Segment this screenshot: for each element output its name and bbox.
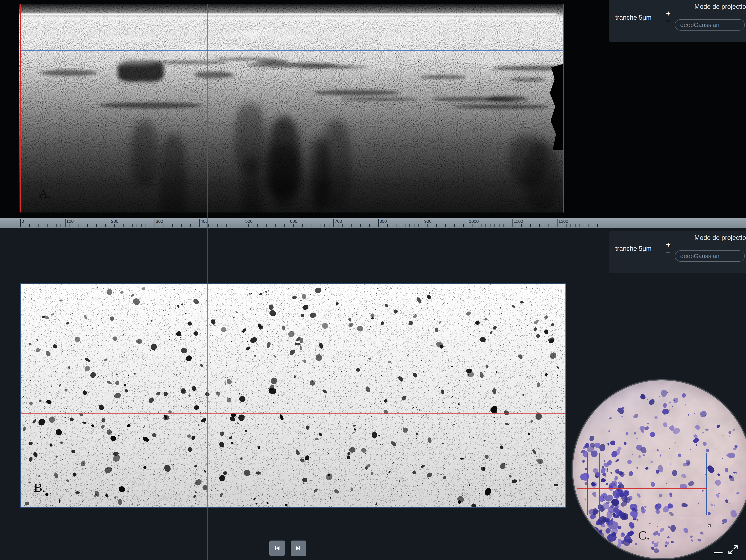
panel-a-depth-shading [19,4,564,212]
roi-horizontal-red-line[interactable] [577,489,707,489]
decrease-slice-button[interactable]: − [666,17,670,25]
skip-previous-button[interactable] [269,540,285,556]
panel-c-label: C. [638,528,650,542]
projection-mode-label: Mode de projectio [694,3,746,10]
fullscreen-icon [727,544,739,555]
projection-mode-value: deepGaussian [680,22,719,28]
projection-mode-dropdown[interactable]: deepGaussian [675,19,745,31]
increase-slice-button[interactable]: + [666,10,670,17]
projection-controls-mid: Mode de projectio tranche 5μm + − deepGa… [609,231,746,273]
panel-b-label: B. [34,480,46,495]
panel-a-right-bound-red-line [563,4,564,212]
projection-mode-dropdown[interactable]: deepGaussian [675,250,745,262]
panel-b-shading [21,284,566,507]
ruler: 0100200300400500600700800900100011001200 [0,218,746,228]
skip-previous-icon [274,545,281,552]
slice-thickness-stepper: + − [663,10,673,25]
horizontal-crosshair-red-line[interactable] [21,413,566,414]
vertical-section-viewport[interactable] [19,4,564,212]
histology-circular-viewport[interactable]: C. [572,379,746,559]
vertical-crosshair-red-line[interactable] [207,4,207,560]
slice-navigation [269,540,306,556]
slice-thickness-label: tranche 5μm [615,14,652,21]
enface-section-viewport[interactable] [20,284,566,508]
slice-thickness-label: tranche 5μm [615,245,652,253]
skip-next-button[interactable] [291,540,306,556]
roi-vertical-red-line[interactable] [599,452,600,518]
calibration-dot-marker [708,524,711,527]
slice-thickness-stepper: + − [663,241,673,256]
skin-surface-line [21,13,557,15]
oct-viewer-app: A. 0100200300400500600700800900100011001… [0,0,746,560]
decrease-slice-button[interactable]: − [666,248,670,256]
fullscreen-button[interactable] [727,544,739,555]
roi-selection-rectangle[interactable] [587,452,707,515]
projection-controls-top: Mode de projectio tranche 5μm + − deepGa… [609,0,746,42]
panel-a-label: A. [39,186,51,201]
projection-mode-value: deepGaussian [680,253,719,260]
skip-next-icon [295,545,302,552]
panel-a-left-bound-red-line [20,4,21,212]
depth-guide-blue-line[interactable] [20,50,563,51]
minimize-button[interactable] [714,552,722,553]
skin-surface-line-2 [26,18,549,19]
increase-slice-button[interactable]: + [666,241,670,248]
projection-mode-label: Mode de projectio [694,234,746,242]
